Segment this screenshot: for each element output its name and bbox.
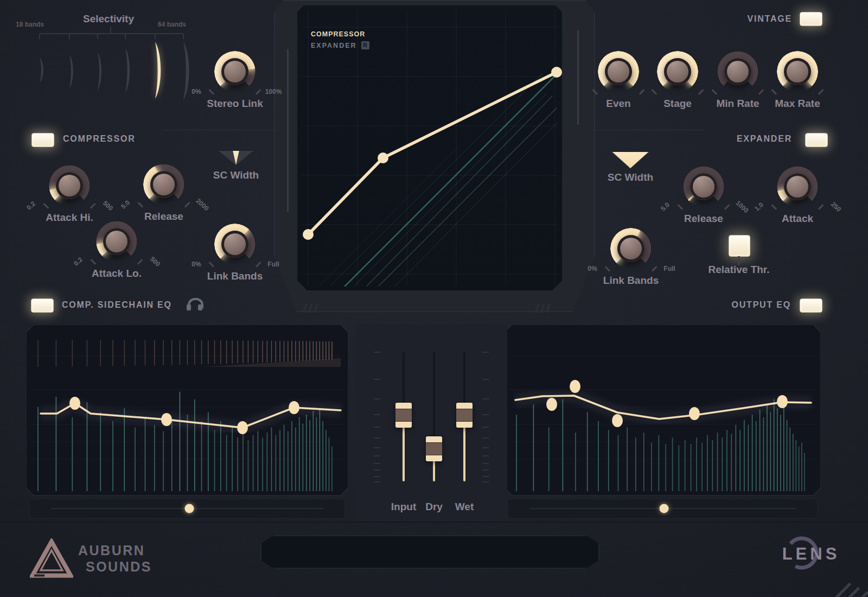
knob-min-tick bbox=[652, 89, 657, 94]
output-eq-title: OUTPUT EQ bbox=[673, 300, 791, 310]
headphones-icon[interactable] bbox=[187, 297, 203, 312]
knob-cap bbox=[103, 228, 130, 255]
knob-min-tick bbox=[209, 262, 214, 267]
graph-legend-expander-label: EXPANDER bbox=[311, 42, 357, 49]
auburn-sounds-logo-icon[interactable] bbox=[30, 538, 73, 580]
knob-max-tick bbox=[137, 259, 143, 264]
knob-label: Release bbox=[663, 213, 744, 225]
eq-band-point[interactable] bbox=[612, 414, 623, 427]
knob-cap bbox=[690, 173, 717, 200]
fader-handle-input[interactable] bbox=[395, 403, 412, 428]
fader-tick bbox=[374, 455, 380, 456]
eq-emphasis-slider[interactable] bbox=[185, 504, 194, 513]
transfer-graph-screen: COMPRESSOR EXPANDER R bbox=[297, 5, 562, 290]
sidechain-eq-title: COMP. SIDECHAIN EQ bbox=[62, 300, 172, 310]
fader-track-upper bbox=[403, 352, 405, 404]
knob-max-tick bbox=[184, 202, 190, 207]
selectivity-title: Selectivity bbox=[65, 13, 152, 25]
knob-label: Stereo Link bbox=[194, 98, 276, 110]
compressor-sc-width-label: SC Width bbox=[198, 169, 274, 181]
brand-name-bottom: SOUNDS bbox=[86, 559, 152, 575]
selectivity-option-5-selected[interactable] bbox=[155, 42, 161, 99]
fader-tick bbox=[374, 463, 380, 464]
compressor-sc-width-control[interactable] bbox=[219, 151, 253, 165]
selectivity-option-1[interactable] bbox=[40, 57, 43, 83]
fader-tick bbox=[374, 414, 380, 415]
fader-track-upper bbox=[463, 352, 465, 404]
fader-tick bbox=[482, 427, 489, 428]
knob-max-tick bbox=[724, 204, 730, 209]
seam-decoration bbox=[591, 130, 705, 130]
fader-tick bbox=[374, 379, 380, 380]
vent-decoration bbox=[304, 304, 317, 313]
eq-band-point[interactable] bbox=[777, 395, 788, 408]
eq-band-point[interactable] bbox=[289, 401, 299, 414]
graph-curve-point[interactable] bbox=[551, 67, 562, 78]
knob-label: Max Rate bbox=[757, 98, 838, 110]
relative-threshold-label: Relative Thr. bbox=[695, 264, 782, 276]
graph-legend-expander: EXPANDER R bbox=[311, 41, 369, 49]
fader-track-lower bbox=[433, 460, 435, 481]
knob-cap bbox=[56, 172, 83, 199]
knob-min-tick bbox=[43, 203, 49, 208]
fader-tick bbox=[374, 437, 380, 439]
knob-cap bbox=[784, 173, 811, 200]
eq-band-point[interactable] bbox=[546, 398, 557, 411]
output-eq-toggle[interactable] bbox=[800, 298, 822, 313]
output-eq-display[interactable] bbox=[505, 325, 821, 520]
knob-min-tick bbox=[138, 202, 143, 207]
selectivity-option-4[interactable] bbox=[125, 48, 130, 93]
sidechain-eq-toggle[interactable] bbox=[31, 298, 54, 313]
knob-label: Link Bands bbox=[194, 270, 276, 282]
selectivity-control[interactable] bbox=[22, 24, 201, 111]
expander-r-badge[interactable]: R bbox=[361, 41, 369, 49]
selectivity-option-3[interactable] bbox=[98, 52, 101, 91]
knob-max-tick bbox=[652, 266, 657, 271]
knob-label: Attack bbox=[757, 213, 838, 225]
fader-tick bbox=[482, 437, 489, 439]
knob-min-label: 0% bbox=[184, 261, 208, 268]
knob-min-tick bbox=[605, 266, 610, 271]
brand-name-top: AUBURN bbox=[78, 543, 145, 558]
knob-max-tick bbox=[256, 262, 261, 267]
product-logo: LENS bbox=[770, 544, 852, 564]
fader-tick bbox=[374, 427, 380, 428]
knob-label: Release bbox=[123, 211, 205, 223]
knob-max-label: Full bbox=[261, 261, 285, 268]
preset-bar[interactable] bbox=[260, 535, 599, 569]
selectivity-option-2[interactable] bbox=[69, 55, 73, 88]
seam-decoration bbox=[163, 130, 277, 130]
eq-band-point[interactable] bbox=[570, 380, 580, 393]
graph-curve-point[interactable] bbox=[378, 153, 388, 163]
eq-band-point[interactable] bbox=[69, 397, 80, 410]
expander-toggle[interactable] bbox=[805, 133, 828, 147]
corner-stripe-decoration bbox=[831, 582, 851, 597]
knob-max-tick bbox=[639, 89, 644, 94]
compressor-toggle[interactable] bbox=[31, 133, 54, 147]
fader-tick bbox=[482, 469, 489, 471]
fader-handle-wet[interactable] bbox=[456, 403, 473, 428]
fader-tick bbox=[374, 447, 380, 448]
graph-legend-compressor: COMPRESSOR bbox=[311, 30, 365, 38]
fader-tick bbox=[482, 352, 489, 353]
knob-cap bbox=[150, 171, 177, 198]
fader-tick bbox=[482, 481, 489, 482]
knob-max-tick bbox=[818, 204, 824, 209]
vintage-toggle[interactable] bbox=[800, 12, 822, 26]
fader-tick bbox=[374, 481, 380, 482]
knob-min-label: 0% bbox=[580, 265, 604, 272]
fader-tick bbox=[374, 352, 380, 353]
knob-min-label: 0% bbox=[184, 88, 208, 96]
sidechain-eq-display[interactable] bbox=[26, 325, 348, 520]
fader-handle-dry[interactable] bbox=[426, 436, 442, 461]
knob-label: Link Bands bbox=[590, 275, 672, 287]
eq-band-point[interactable] bbox=[689, 407, 700, 420]
eq-emphasis-slider[interactable] bbox=[660, 504, 669, 513]
relative-threshold-toggle[interactable] bbox=[729, 235, 750, 257]
eq-band-point[interactable] bbox=[161, 413, 172, 426]
graph-curve-point[interactable] bbox=[303, 229, 314, 240]
expander-sc-width-control[interactable] bbox=[611, 152, 650, 168]
fader-track-lower bbox=[463, 426, 465, 481]
fader-label: Wet bbox=[440, 501, 489, 513]
eq-band-point[interactable] bbox=[237, 421, 248, 434]
